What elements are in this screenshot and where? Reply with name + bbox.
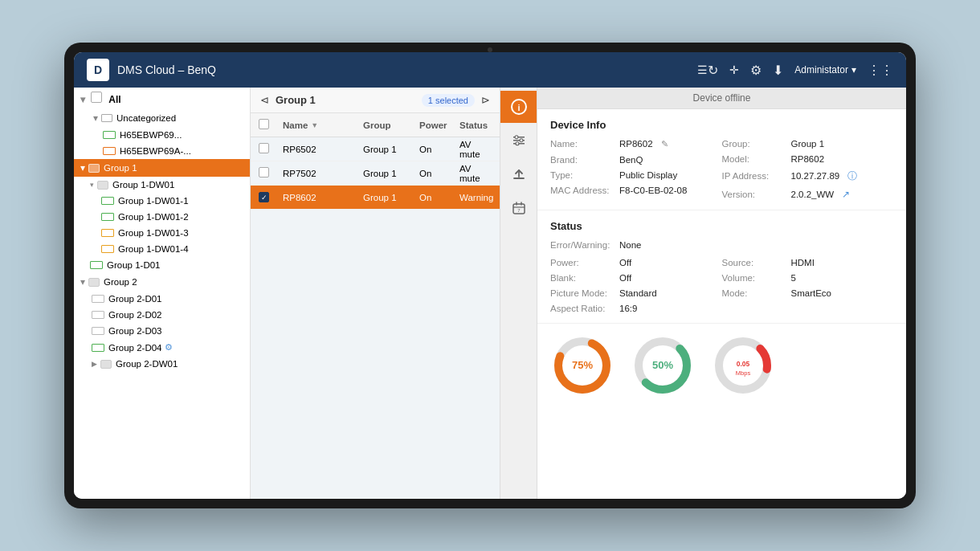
sidebar-item-g1d01[interactable]: Group 1-D01: [74, 257, 250, 273]
device-info-section: Device Info Name: RP8602 ✎ Brand: BenQ: [537, 109, 906, 210]
aspect-label: Aspect Ratio:: [550, 304, 615, 313]
svg-text:0.05: 0.05: [737, 360, 750, 368]
sidebar-item-g2d03[interactable]: Group 2-D03: [74, 323, 250, 339]
row-group-1: Group 1: [363, 145, 419, 154]
name-label: Name:: [550, 139, 615, 149]
version-label: Version:: [722, 190, 786, 199]
sidebar-item-h65-1[interactable]: H65EBWP69...: [74, 127, 250, 143]
sidebar-item-group2[interactable]: ▾ Group 2: [74, 273, 250, 291]
download-icon[interactable]: ⬇: [773, 63, 783, 78]
ip-value: 10.27.27.89: [791, 171, 840, 181]
svg-text:75%: 75%: [572, 359, 593, 371]
svg-point-7: [516, 142, 519, 145]
picture-value: Standard: [619, 288, 657, 298]
row-name-3: RP8602: [283, 193, 363, 202]
center-panel: ⊲ Group 1 1 selected ⊳ Name ▼ Group: [251, 88, 500, 499]
row-status-3: Warning: [459, 193, 493, 202]
table-header: Name ▼ Group Power Status: [251, 113, 500, 137]
detail-panel: Device offline Device Info Name: RP8602 …: [537, 88, 906, 499]
section-title-device-info: Device Info: [550, 119, 893, 131]
sidebar-item-g2d04[interactable]: Group 2-D04 ⚙: [74, 339, 250, 356]
version-trend-icon[interactable]: ↗: [842, 189, 850, 200]
row-name-1: RP6502: [283, 145, 363, 154]
group-label: Group:: [722, 139, 786, 149]
col-header-status: Status: [459, 120, 492, 130]
settings-icon[interactable]: ⚙: [750, 63, 762, 78]
user-chevron: ▾: [851, 64, 856, 76]
sidebar-item-all[interactable]: ▾ All: [74, 88, 250, 109]
error-label: Error/Warning:: [550, 240, 615, 250]
header-checkbox[interactable]: [259, 119, 269, 129]
section-title-status: Status: [550, 220, 893, 232]
edit-name-icon[interactable]: ✎: [661, 139, 668, 149]
breadcrumb-bar: ⊲ Group 1 1 selected ⊳: [251, 88, 500, 113]
status-grid: Power: Off Blank: Off Picture Mode: Stan…: [550, 258, 893, 313]
row-power-2: On: [419, 169, 459, 178]
header: D DMS Cloud – BenQ ☰ ↻ ✛ ⚙ ⬇ Administato…: [74, 52, 906, 88]
col-header-group: Group: [363, 120, 419, 130]
app-title: DMS Cloud – BenQ: [117, 63, 692, 76]
svg-text:i: i: [517, 103, 520, 112]
table-row[interactable]: RP7502 Group 1 On AV mute: [251, 161, 500, 186]
type-label: Type:: [550, 170, 615, 180]
picture-label: Picture Mode:: [550, 288, 615, 298]
row-group-3: Group 1: [363, 193, 419, 202]
source-label: Source:: [722, 258, 786, 267]
sidebar-item-g1dw01-1[interactable]: Group 1-DW01-1: [74, 193, 250, 209]
row-checkbox-1[interactable]: [259, 143, 269, 153]
svg-text:50%: 50%: [652, 359, 673, 371]
device-info-grid: Name: RP8602 ✎ Brand: BenQ Type: Public …: [550, 139, 893, 200]
nav-left-btn[interactable]: ⊲: [260, 94, 269, 106]
header-actions: ↻ ✛ ⚙ ⬇ Administator ▾ ⋮⋮: [708, 63, 893, 78]
table-row[interactable]: RP6502 Group 1 On AV mute: [251, 137, 500, 161]
apps-icon[interactable]: ⋮⋮: [868, 63, 893, 78]
row-group-2: Group 1: [363, 169, 419, 178]
col-header-name[interactable]: Name ▼: [283, 120, 363, 130]
status-section: Status Error/Warning: None Power: Off: [537, 210, 906, 324]
sidebar-item-g2d02[interactable]: Group 2-D02: [74, 307, 250, 323]
tab-upload[interactable]: [503, 158, 535, 190]
refresh-icon[interactable]: ↻: [708, 63, 718, 78]
sidebar-item-g1dw01-3[interactable]: Group 1-DW01-3: [74, 225, 250, 241]
model-label: Model:: [722, 154, 786, 164]
network-chart: 0.05 Mbps: [711, 333, 775, 398]
memory-chart: 50%: [631, 333, 695, 398]
mac-value: F8-C0-EB-02-08: [619, 186, 687, 195]
select-all-checkbox[interactable]: [259, 119, 283, 131]
sidebar-item-group1-dw01[interactable]: ▾ Group 1-DW01: [74, 177, 250, 193]
row-power-3: On: [419, 193, 459, 202]
add-icon[interactable]: ✛: [729, 63, 739, 76]
sidebar-item-g2d01[interactable]: Group 2-D01: [74, 291, 250, 307]
ip-info-icon[interactable]: ⓘ: [847, 169, 857, 183]
row-checkbox-2[interactable]: [259, 167, 269, 178]
mode-value: SmartEco: [791, 288, 832, 298]
sidebar-item-g2dw01[interactable]: ▶ Group 2-DW01: [74, 356, 250, 372]
row-power-1: On: [419, 145, 459, 154]
sidebar-item-uncategorized[interactable]: ▾ Uncategorized: [74, 109, 250, 127]
tab-info[interactable]: i: [500, 91, 537, 123]
menu-icon[interactable]: ☰: [697, 63, 708, 76]
volume-value: 5: [791, 273, 796, 283]
row-status-1: AV mute: [459, 140, 492, 159]
row-checkbox-3[interactable]: ✓: [259, 192, 269, 202]
row-name-2: RP7502: [283, 169, 363, 178]
selected-badge: 1 selected: [422, 94, 475, 107]
tab-settings[interactable]: [503, 124, 535, 157]
sidebar-item-g1dw01-2[interactable]: Group 1-DW01-2: [74, 209, 250, 225]
screen: D DMS Cloud – BenQ ☰ ↻ ✛ ⚙ ⬇ Administato…: [74, 52, 906, 499]
nav-right-btn[interactable]: ⊳: [481, 94, 490, 106]
ip-label: IP Address:: [722, 171, 786, 181]
table-row-selected[interactable]: ✓ RP8602 Group 1 On Warning: [251, 186, 500, 210]
sidebar-item-h65-2[interactable]: H65EBWP69A-...: [74, 143, 250, 159]
app-logo: D: [87, 59, 109, 81]
user-menu[interactable]: Administator ▾: [794, 64, 856, 76]
cpu-chart: 75%: [550, 333, 615, 398]
sidebar-item-g1dw01-4[interactable]: Group 1-DW01-4: [74, 241, 250, 257]
blank-value: Off: [619, 273, 631, 283]
model-value: RP8602: [791, 154, 825, 164]
main-content: ▾ All ▾ Uncategorized H65EBWP69...: [74, 88, 906, 499]
row-status-2: AV mute: [459, 164, 492, 183]
user-name: Administator: [794, 64, 848, 76]
sidebar-item-group1[interactable]: ▾ Group 1: [74, 159, 250, 177]
tab-calendar[interactable]: 7: [503, 192, 535, 224]
